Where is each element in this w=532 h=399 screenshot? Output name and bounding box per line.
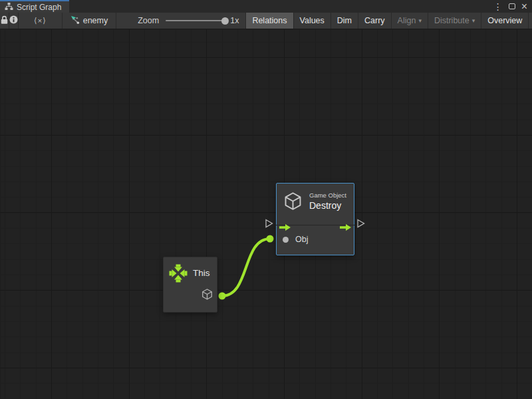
node-this[interactable]: This [163, 257, 217, 313]
this-self-icon [169, 264, 188, 285]
node-destroy-header: Game Object Destroy [277, 184, 354, 219]
obj-port-label: Obj [295, 235, 308, 244]
zoom-label: Zoom [138, 16, 159, 25]
lock-icon [0, 15, 9, 27]
chevron-down-icon: ▾ [418, 17, 422, 24]
lock-button[interactable] [0, 13, 9, 29]
node-destroy[interactable]: Game Object Destroy O [276, 183, 354, 255]
graph-hierarchy-icon [5, 1, 13, 13]
graph-machine-icon [70, 15, 80, 27]
game-object-cube-icon [283, 191, 303, 214]
distribute-label: Distribute [434, 16, 469, 25]
control-input-port[interactable] [265, 219, 274, 231]
distribute-dropdown[interactable]: Distribute ▾ [428, 13, 481, 29]
this-output-port[interactable] [201, 288, 213, 303]
connection-start-dot [219, 293, 226, 300]
graph-canvas[interactable]: Game Object Destroy O [0, 29, 532, 399]
zoom-slider[interactable] [166, 20, 225, 21]
align-dropdown[interactable]: Align ▾ [392, 13, 428, 29]
full-screen-button[interactable]: Full Screen [529, 13, 532, 29]
zoom-value: 1x [230, 16, 239, 25]
tab-title: Script Graph [17, 3, 61, 12]
code-brackets-icon: ⟨×⟩ [25, 16, 56, 25]
node-control-row [277, 219, 354, 231]
overview-button[interactable]: Overview [481, 13, 529, 29]
dim-button[interactable]: Dim [331, 13, 358, 29]
node-category-label: Game Object [309, 191, 346, 200]
window-controls: ⋮ × [493, 0, 532, 13]
overview-label: Overview [487, 16, 522, 25]
code-preview-button[interactable]: ⟨×⟩ [19, 13, 63, 29]
align-label: Align [398, 16, 416, 25]
relations-label: Relations [252, 16, 287, 25]
toolbar-right-group: Relations Values Dim Carry Align ▾ Distr… [245, 13, 532, 29]
inspector-button[interactable] [9, 13, 19, 29]
tab-script-graph[interactable]: Script Graph [0, 0, 69, 13]
script-graph-window: Script Graph ⋮ × [0, 0, 532, 399]
menu-icon[interactable]: ⋮ [493, 2, 503, 11]
obj-input-port[interactable] [283, 237, 289, 243]
close-icon[interactable]: × [521, 2, 527, 11]
info-icon [9, 15, 18, 26]
node-obj-port-row: Obj [277, 231, 354, 248]
maximize-icon[interactable] [509, 3, 515, 9]
dim-label: Dim [337, 16, 352, 25]
node-title-label: This [193, 268, 210, 278]
tab-strip: Script Graph ⋮ × [0, 0, 532, 13]
node-title-label: Destroy [309, 200, 346, 212]
connection-end-dot [267, 235, 274, 243]
node-this-header: This [164, 257, 217, 289]
zoom-control: Zoom 1x [131, 13, 245, 29]
graph-selector-button[interactable]: enemy [63, 13, 117, 29]
control-output-port[interactable] [356, 219, 366, 231]
relations-button[interactable]: Relations [245, 13, 293, 29]
graph-toolbar: ⟨×⟩ enemy Zoom 1x Relations [0, 13, 532, 29]
values-button[interactable]: Values [294, 13, 331, 29]
carry-label: Carry [364, 16, 385, 25]
carry-button[interactable]: Carry [358, 13, 392, 29]
zoom-slider-thumb[interactable] [221, 17, 229, 25]
chevron-down-icon: ▾ [472, 17, 475, 24]
flow-connection [0, 29, 532, 399]
graph-name-label: enemy [83, 16, 108, 25]
values-label: Values [300, 16, 325, 25]
